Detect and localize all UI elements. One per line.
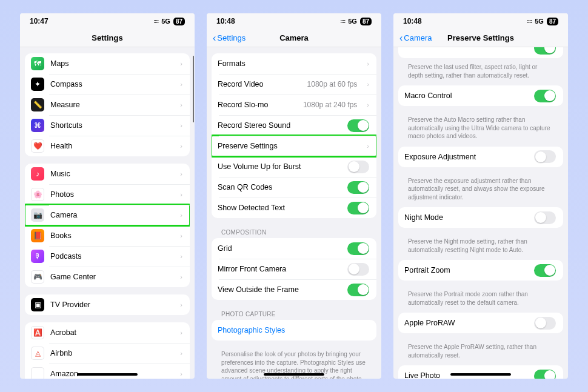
row-label: Scan QR Codes <box>218 183 341 191</box>
row-label: Airbnb <box>50 349 170 357</box>
toggle-switch[interactable] <box>534 370 556 379</box>
settings-row-exposure-adjustment[interactable]: Exposure Adjustment <box>398 147 563 167</box>
settings-row-portrait-zoom[interactable]: Portrait Zoom <box>398 260 563 281</box>
row-label: Photos <box>50 190 170 199</box>
chevron-right-icon: › <box>180 122 182 129</box>
settings-row-view-outside-the-frame[interactable]: View Outside the Frame <box>212 279 376 300</box>
chevron-right-icon: › <box>180 232 182 239</box>
settings-row-formats[interactable]: Formats› <box>212 53 376 74</box>
settings-row-live-photo[interactable]: Live Photo <box>398 365 563 379</box>
settings-row-night-mode[interactable]: Night Mode <box>398 207 563 228</box>
settings-row-mirror-front-camera[interactable]: Mirror Front Camera <box>212 259 376 279</box>
back-button[interactable]: ‹ Settings <box>213 33 246 42</box>
settings-row-preserve-settings[interactable]: Preserve Settings› <box>212 136 376 156</box>
settings-row-compass[interactable]: ✦Compass› <box>25 74 190 95</box>
podcasts-icon: 🎙 <box>31 250 44 263</box>
settings-row-music[interactable]: ♪Music› <box>25 164 190 184</box>
settings-row[interactable] <box>398 47 563 58</box>
settings-group: Formats›Record Video1080p at 60 fps›Reco… <box>212 53 376 218</box>
settings-row-macro-control[interactable]: Macro Control <box>398 85 563 106</box>
home-indicator[interactable] <box>264 373 324 376</box>
settings-row-grid[interactable]: Grid <box>212 238 376 259</box>
row-label: Measure <box>50 101 170 109</box>
settings-row-tv-provider[interactable]: ▣TV Provider› <box>25 294 190 315</box>
back-label: Settings <box>217 33 246 42</box>
nav-bar: ‹ Settings Camera <box>207 29 381 47</box>
toggle-switch[interactable] <box>347 242 369 255</box>
settings-group: 🗺Maps›✦Compass›📏Measure›⌘Shortcuts›❤️Hea… <box>25 53 190 156</box>
settings-row-photos[interactable]: 🌸Photos› <box>25 184 190 205</box>
toggle-switch[interactable] <box>534 90 556 102</box>
settings-row-camera[interactable]: 📷Camera› <box>25 205 190 225</box>
settings-row-show-detected-text[interactable]: Show Detected Text <box>212 198 376 218</box>
home-indicator[interactable] <box>77 373 138 376</box>
shortcuts-icon: ⌘ <box>31 119 44 132</box>
phone-camera: 10:48 :::: 5G 87 ‹ Settings Camera Forma… <box>207 13 381 379</box>
toggle-switch[interactable] <box>347 284 369 296</box>
settings-row-record-video[interactable]: Record Video1080p at 60 fps› <box>212 74 376 95</box>
toggle-switch[interactable] <box>347 181 369 194</box>
section-header: PHOTO CAPTURE <box>212 307 376 320</box>
airbnb-icon: ◬ <box>31 347 44 360</box>
settings-group: Photographic Styles <box>212 320 376 341</box>
toggle-switch[interactable] <box>534 264 556 277</box>
signal-icon: :::: <box>153 18 158 24</box>
settings-row-scan-qr-codes[interactable]: Scan QR Codes <box>212 177 376 198</box>
chevron-right-icon: › <box>180 211 182 219</box>
settings-row-acrobat[interactable]: 🅰️Acrobat› <box>25 322 190 343</box>
toggle-switch[interactable] <box>347 263 369 276</box>
toggle-switch[interactable] <box>534 150 556 163</box>
settings-row-measure[interactable]: 📏Measure› <box>25 95 190 115</box>
settings-row-amazon[interactable]: ➤Amazon› <box>25 364 190 379</box>
row-value: 1080p at 60 fps <box>307 80 358 88</box>
row-label: Photographic Styles <box>218 326 369 334</box>
settings-row-game-center[interactable]: 🎮Game Center› <box>25 267 190 287</box>
status-time: 10:48 <box>403 17 422 25</box>
status-right: :::: 5G 87 <box>340 18 372 25</box>
settings-row-airbnb[interactable]: ◬Airbnb› <box>25 343 190 364</box>
settings-row-record-slo-mo[interactable]: Record Slo-mo1080p at 240 fps› <box>212 95 376 115</box>
signal-icon: :::: <box>527 18 532 24</box>
settings-row-podcasts[interactable]: 🎙Podcasts› <box>25 246 190 267</box>
toggle-switch[interactable] <box>347 161 369 173</box>
toggle-switch[interactable] <box>534 211 556 224</box>
photos-icon: 🌸 <box>31 188 44 201</box>
settings-row-shortcuts[interactable]: ⌘Shortcuts› <box>25 115 190 136</box>
settings-row-health[interactable]: ❤️Health› <box>25 136 190 156</box>
chevron-right-icon: › <box>180 253 182 260</box>
toggle-switch[interactable] <box>347 119 369 132</box>
row-label: Shortcuts <box>50 121 170 130</box>
row-label: Maps <box>50 59 170 68</box>
settings-row-maps[interactable]: 🗺Maps› <box>25 53 190 74</box>
section-header: COMPOSITION <box>212 225 376 238</box>
settings-row-photographic-styles[interactable]: Photographic Styles <box>212 320 376 341</box>
settings-row-use-volume-up-for-burst[interactable]: Use Volume Up for Burst <box>212 156 376 177</box>
chevron-right-icon: › <box>180 170 182 178</box>
row-label: Formats <box>218 59 357 68</box>
toggle-switch[interactable] <box>534 317 556 330</box>
home-indicator[interactable] <box>450 373 511 376</box>
toggle-switch[interactable] <box>347 202 369 214</box>
network-type: 5G <box>535 18 544 25</box>
toggle-switch[interactable] <box>534 47 556 55</box>
row-label: Record Video <box>218 80 301 88</box>
content-area[interactable]: Preserve the last used filter, aspect ra… <box>393 47 568 379</box>
settings-row-apple-proraw[interactable]: Apple ProRAW <box>398 313 563 333</box>
books-icon: 📕 <box>31 229 44 242</box>
back-button[interactable]: ‹ Camera <box>399 33 432 42</box>
row-label: Books <box>50 231 170 240</box>
scroll-indicator[interactable] <box>193 56 194 122</box>
row-label: Night Mode <box>404 213 528 222</box>
settings-group: Macro Control <box>398 85 563 106</box>
row-label: TV Provider <box>50 301 170 309</box>
settings-group: Exposure Adjustment <box>398 147 563 167</box>
row-label: Grid <box>218 244 341 253</box>
content-area[interactable]: 🗺Maps›✦Compass›📏Measure›⌘Shortcuts›❤️Hea… <box>20 47 195 379</box>
settings-row-books[interactable]: 📕Books› <box>25 225 190 246</box>
section-footer: Preserve the exposure adjustment rather … <box>398 174 563 208</box>
row-label: Record Stereo Sound <box>218 121 341 130</box>
section-footer: Preserve the Apple ProRAW setting, rathe… <box>398 341 563 365</box>
content-area[interactable]: Formats›Record Video1080p at 60 fps›Reco… <box>207 47 381 379</box>
settings-row-record-stereo-sound[interactable]: Record Stereo Sound <box>212 115 376 136</box>
settings-group: Portrait Zoom <box>398 260 563 281</box>
